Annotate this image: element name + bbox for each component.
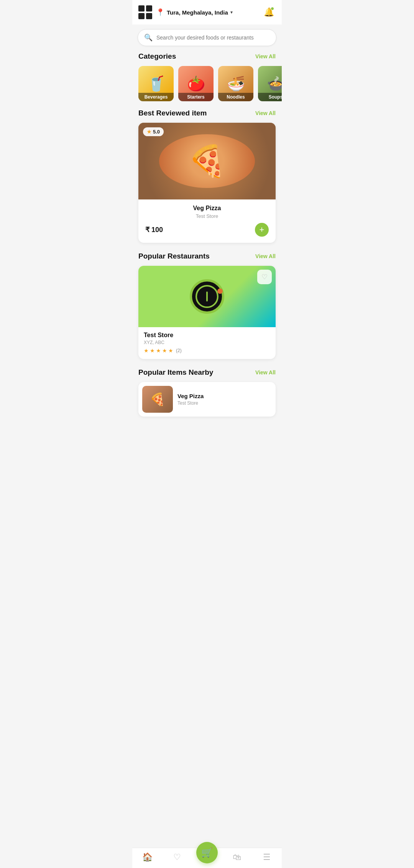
star-half: ★ xyxy=(168,348,173,354)
nearby-item-store: Test Store xyxy=(177,400,272,406)
noodles-label: Noodles xyxy=(218,93,253,101)
restaurant-status-dot xyxy=(217,288,223,294)
best-reviewed-section: Best Reviewed item View All ★ 5.0 Veg Pi… xyxy=(132,109,282,243)
category-noodles-image: 🍜 Noodles xyxy=(218,66,253,101)
popular-restaurants-section: Popular Restaurants View All ♡ Test Stor… xyxy=(132,252,282,359)
product-store: Test Store xyxy=(144,213,270,219)
star-2: ★ xyxy=(150,348,155,354)
nearby-header: Popular Items Nearby View All xyxy=(132,368,282,377)
rating-value: 5.0 xyxy=(153,129,160,135)
star-4: ★ xyxy=(162,348,167,354)
soups-label: Soups xyxy=(258,93,282,101)
pin-icon: 📍 xyxy=(156,8,164,16)
category-soups-image: 🍲 Soups xyxy=(258,66,282,101)
location-text: Tura, Meghalaya, India xyxy=(167,9,228,16)
category-beverages-image: 🥤 Beverages xyxy=(138,66,174,101)
restaurant-logo-bar xyxy=(206,292,208,301)
product-info: Veg Pizza Test Store ₹ 100 + xyxy=(138,199,276,243)
star-3: ★ xyxy=(156,348,161,354)
restaurant-info: Test Store XYZ, ABC ★ ★ ★ ★ ★ (2) xyxy=(138,327,276,359)
category-starters[interactable]: 🍅 Starters xyxy=(178,66,214,101)
categories-title: Categories xyxy=(138,52,176,61)
starters-label: Starters xyxy=(178,93,214,101)
category-beverages[interactable]: 🥤 Beverages xyxy=(138,66,174,101)
product-card-veg-pizza: ★ 5.0 Veg Pizza Test Store ₹ 100 + xyxy=(138,123,276,243)
restaurant-logo xyxy=(190,279,224,314)
search-icon: 🔍 xyxy=(144,33,153,42)
restaurant-name: Test Store xyxy=(144,332,270,339)
categories-list: 🥤 Beverages 🍅 Starters 🍜 Noodles 🍲 Soups xyxy=(132,66,282,101)
best-reviewed-title: Best Reviewed item xyxy=(138,109,207,117)
nearby-item-image: 🍕 xyxy=(142,386,173,413)
restaurant-card-test-store: ♡ Test Store XYZ, ABC ★ ★ ★ ★ ★ (2) xyxy=(138,266,276,359)
star-1: ★ xyxy=(144,348,149,354)
category-soups[interactable]: 🍲 Soups xyxy=(258,66,282,101)
restaurants-view-all[interactable]: View All xyxy=(255,253,276,259)
nearby-title: Popular Items Nearby xyxy=(138,368,213,377)
restaurants-title: Popular Restaurants xyxy=(138,252,210,260)
rating-badge: ★ 5.0 xyxy=(143,127,164,136)
notification-dot xyxy=(271,7,274,10)
restaurant-sub: XYZ, ABC xyxy=(144,340,270,345)
beverages-label: Beverages xyxy=(138,93,174,101)
product-image: ★ 5.0 xyxy=(138,123,276,199)
category-starters-image: 🍅 Starters xyxy=(178,66,214,101)
categories-header: Categories View All xyxy=(132,52,282,61)
categories-section: Categories View All 🥤 Beverages 🍅 Starte… xyxy=(132,52,282,101)
notification-button[interactable]: 🔔 xyxy=(262,5,276,19)
nearby-item-info: Veg Pizza Test Store xyxy=(177,393,272,406)
nearby-item-card: 🍕 Veg Pizza Test Store xyxy=(138,382,276,417)
category-noodles[interactable]: 🍜 Noodles xyxy=(218,66,253,101)
grid-menu-icon[interactable] xyxy=(138,5,152,19)
best-reviewed-header: Best Reviewed item View All xyxy=(132,109,282,117)
location-selector[interactable]: 📍 Tura, Meghalaya, India ▾ xyxy=(156,8,258,16)
categories-view-all[interactable]: View All xyxy=(255,53,276,59)
search-bar[interactable]: 🔍 xyxy=(138,29,276,46)
favorite-button[interactable]: ♡ xyxy=(257,270,272,284)
stars-row: ★ ★ ★ ★ ★ (2) xyxy=(144,348,270,354)
product-name: Veg Pizza xyxy=(144,205,270,212)
restaurant-logo-inner xyxy=(196,285,219,308)
product-price: ₹ 100 xyxy=(145,226,163,234)
add-to-cart-button[interactable]: + xyxy=(255,223,269,237)
nearby-view-all[interactable]: View All xyxy=(255,369,276,376)
nearby-item-name: Veg Pizza xyxy=(177,393,272,399)
chevron-down-icon: ▾ xyxy=(230,10,233,15)
popular-nearby-section: Popular Items Nearby View All 🍕 Veg Pizz… xyxy=(132,368,282,417)
product-price-row: ₹ 100 + xyxy=(144,223,270,237)
restaurant-placeholder xyxy=(138,266,276,327)
review-count: (2) xyxy=(176,348,182,353)
best-reviewed-view-all[interactable]: View All xyxy=(255,110,276,116)
search-input[interactable] xyxy=(156,35,270,41)
restaurant-image: ♡ xyxy=(138,266,276,327)
restaurants-header: Popular Restaurants View All xyxy=(132,252,282,260)
header: 📍 Tura, Meghalaya, India ▾ 🔔 xyxy=(132,0,282,25)
star-icon: ★ xyxy=(147,129,151,135)
